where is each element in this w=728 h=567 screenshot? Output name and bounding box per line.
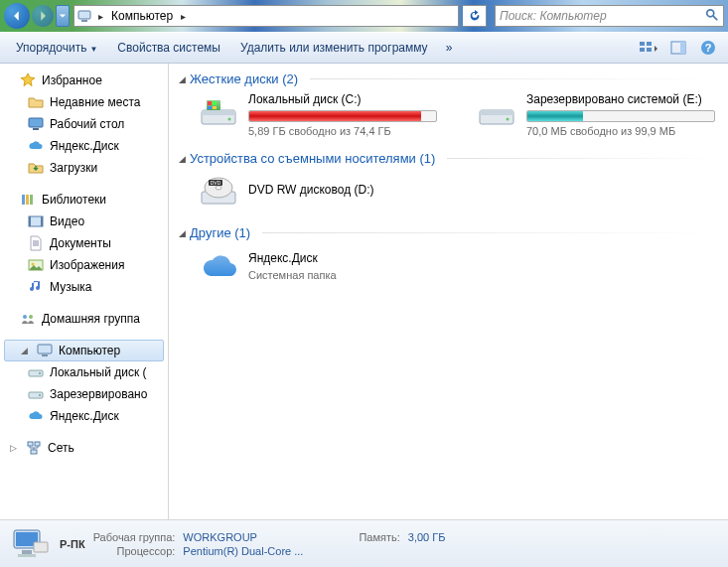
svg-point-23 — [29, 315, 33, 319]
breadcrumb-item[interactable]: Компьютер — [107, 9, 177, 23]
svg-rect-6 — [647, 42, 652, 46]
forward-button[interactable] — [32, 5, 54, 27]
sidebar-item-yandex-disk[interactable]: Яндекс.Диск — [0, 135, 168, 157]
svg-rect-41 — [213, 106, 217, 109]
search-icon — [705, 8, 719, 25]
section-removable[interactable]: ◢ Устройства со съемными носителями (1) — [179, 151, 718, 166]
sidebar: Избранное Недавние места Рабочий стол Ян… — [0, 64, 169, 519]
svg-rect-9 — [680, 42, 685, 54]
nav-buttons — [4, 3, 70, 29]
picture-icon — [28, 257, 44, 273]
status-cpu: Pentium(R) Dual-Core ... — [183, 545, 303, 557]
sidebar-item-video[interactable]: Видео — [0, 211, 168, 232]
status-workgroup-label: Рабочая группа: — [93, 531, 176, 543]
drive-icon — [28, 386, 44, 402]
svg-rect-39 — [213, 101, 217, 105]
svg-point-2 — [707, 9, 714, 16]
svg-rect-53 — [18, 554, 36, 557]
svg-rect-52 — [22, 550, 32, 554]
breadcrumb-sep-icon: ▸ — [177, 11, 190, 22]
network-icon — [26, 440, 42, 456]
svg-rect-40 — [208, 106, 212, 109]
overflow-button[interactable]: » — [440, 37, 459, 59]
svg-rect-0 — [78, 11, 90, 19]
main-content: ◢ Жесткие диски (2) Локальный диск (C:) … — [169, 64, 728, 519]
svg-rect-18 — [29, 216, 31, 226]
svg-point-29 — [39, 394, 41, 396]
homegroup-icon — [20, 311, 36, 327]
sidebar-favorites[interactable]: Избранное — [0, 70, 168, 91]
music-icon — [28, 279, 44, 295]
sidebar-item-yandex-disk-drive[interactable]: Яндекс.Диск — [0, 405, 168, 427]
cloud-icon — [199, 246, 238, 286]
video-icon — [28, 213, 44, 229]
drive-subtitle: Системная папка — [248, 269, 337, 281]
svg-rect-4 — [640, 42, 645, 46]
sidebar-computer[interactable]: ◢ Компьютер — [4, 340, 164, 361]
drive-name: Локальный диск (C:) — [248, 92, 437, 106]
svg-rect-31 — [35, 442, 40, 446]
sidebar-item-pictures[interactable]: Изображения — [0, 254, 168, 276]
sidebar-homegroup[interactable]: Домашняя группа — [0, 308, 168, 330]
drive-dvd[interactable]: DVD DVD RW дисковод (D:) — [179, 172, 718, 212]
sidebar-item-recent[interactable]: Недавние места — [0, 91, 168, 113]
history-dropdown[interactable] — [56, 5, 70, 27]
svg-rect-15 — [26, 195, 29, 205]
system-properties-button[interactable]: Свойства системы — [109, 37, 228, 59]
drive-e[interactable]: Зарезервировано системой (E:) 70,0 МБ св… — [477, 92, 715, 137]
svg-point-47 — [216, 186, 221, 190]
svg-line-3 — [713, 15, 717, 19]
cloud-icon — [28, 138, 44, 154]
sidebar-item-downloads[interactable]: Загрузки — [0, 157, 168, 179]
drive-usage-bar — [248, 110, 437, 122]
sidebar-item-music[interactable]: Музыка — [0, 276, 168, 298]
svg-rect-7 — [647, 48, 652, 52]
breadcrumb-sep-icon: ▸ — [94, 11, 107, 22]
svg-rect-38 — [208, 101, 212, 105]
refresh-button[interactable] — [463, 5, 487, 27]
svg-point-35 — [228, 118, 231, 121]
help-button[interactable]: ? — [696, 37, 720, 59]
separator — [447, 158, 718, 159]
separator — [262, 232, 718, 233]
svg-point-21 — [32, 263, 35, 266]
svg-text:?: ? — [705, 42, 712, 54]
expand-icon: ◢ — [21, 346, 31, 355]
section-hard-disks[interactable]: ◢ Жесткие диски (2) — [179, 71, 718, 86]
drive-name: Яндекс.Диск — [248, 251, 337, 265]
search-input[interactable]: Поиск: Компьютер — [495, 5, 724, 27]
svg-rect-5 — [640, 48, 645, 52]
status-memory: 3,00 ГБ — [408, 531, 446, 543]
sidebar-item-desktop[interactable]: Рабочий стол — [0, 113, 168, 135]
sidebar-libraries[interactable]: Библиотеки — [0, 189, 168, 211]
drive-name: DVD RW дисковод (D:) — [248, 183, 374, 197]
preview-pane-button[interactable] — [666, 37, 690, 59]
sidebar-item-drive-c[interactable]: Локальный диск ( — [0, 361, 168, 383]
svg-text:DVD: DVD — [211, 180, 221, 186]
status-hostname: Р-ПК — [60, 538, 85, 550]
svg-rect-32 — [31, 450, 37, 454]
drive-icon — [477, 92, 516, 132]
toolbar: Упорядочить▼ Свойства системы Удалить ил… — [0, 32, 728, 64]
sidebar-network[interactable]: ▷ Сеть — [0, 437, 168, 459]
svg-rect-30 — [28, 442, 33, 446]
address-bar[interactable]: ▸ Компьютер ▸ — [73, 5, 459, 27]
drive-name: Зарезервировано системой (E:) — [526, 92, 715, 106]
sidebar-item-documents[interactable]: Документы — [0, 232, 168, 254]
section-other[interactable]: ◢ Другие (1) — [179, 225, 718, 240]
drive-freespace: 5,89 ГБ свободно из 74,4 ГБ — [248, 125, 437, 137]
window-header: ▸ Компьютер ▸ Поиск: Компьютер — [0, 0, 728, 32]
uninstall-program-button[interactable]: Удалить или изменить программу — [232, 37, 436, 59]
cloud-icon — [28, 408, 44, 424]
svg-rect-25 — [42, 354, 48, 356]
view-mode-button[interactable] — [637, 37, 660, 59]
svg-rect-19 — [41, 216, 43, 226]
drive-icon — [28, 364, 44, 380]
svg-point-44 — [507, 118, 510, 121]
drive-yandex[interactable]: Яндекс.Диск Системная папка — [179, 246, 718, 286]
back-button[interactable] — [4, 3, 30, 29]
organize-menu[interactable]: Упорядочить▼ — [8, 37, 105, 59]
svg-point-27 — [39, 372, 41, 374]
drive-c[interactable]: Локальный диск (C:) 5,89 ГБ свободно из … — [199, 92, 437, 137]
sidebar-item-drive-e[interactable]: Зарезервировано — [0, 383, 168, 405]
